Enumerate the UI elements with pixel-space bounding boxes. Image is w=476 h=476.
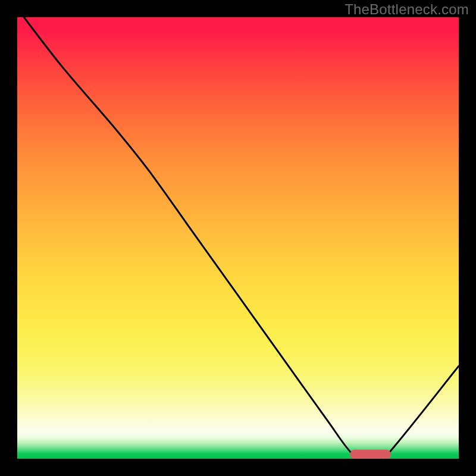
bottleneck-curve	[17, 17, 459, 459]
watermark-text: TheBottleneck.com	[345, 1, 469, 18]
optimal-range-marker	[350, 449, 392, 459]
chart-container: TheBottleneck.com	[0, 0, 476, 476]
plot-frame	[17, 17, 459, 459]
plot-area	[17, 17, 459, 459]
